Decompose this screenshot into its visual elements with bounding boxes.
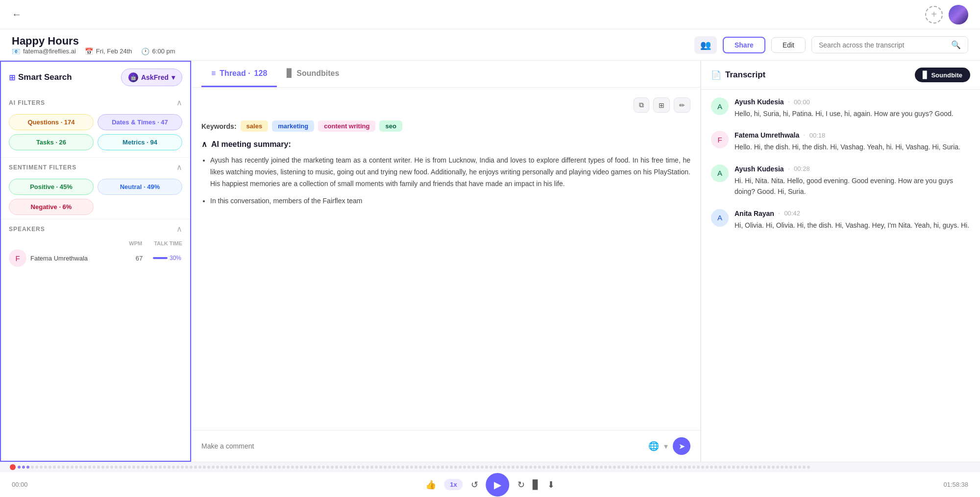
edit-thread-button[interactable]: ✏: [674, 97, 690, 113]
soundbite-waveform-icon: ▊: [923, 71, 928, 79]
speaker-row: F Fatema Umrethwala 67 30%: [9, 246, 182, 270]
right-panel: 📄 Transcript ▊ Soundbite A Ayush Kudesia…: [701, 61, 980, 462]
layers-button[interactable]: ⊞: [653, 97, 670, 113]
waveform-button[interactable]: ▊: [533, 479, 539, 490]
transcript-item: A Anita Rayan · 00:42 Hi, Olivia. Hi, Ol…: [711, 209, 970, 231]
transcript-item: A Ayush Kudesia · 00:28 Hi. Hi, Nita. Ni…: [711, 165, 970, 197]
transcript-search-input[interactable]: [819, 41, 947, 49]
keyword-content-writing[interactable]: content writing: [318, 120, 375, 132]
bottom-bar: 00:00 👍 1x ↺ ▶ ↻ ▊ ⬇ 01:58:38: [0, 462, 980, 497]
transcript-text-block-1: Ayush Kudesia · 00:00 Hello, hi, Suria, …: [735, 97, 970, 119]
speaker-talk-bar: [153, 257, 168, 259]
chevron-down-icon: ▾: [172, 73, 175, 81]
clock-icon: 🕐: [141, 47, 149, 55]
transcript-list: A Ayush Kudesia · 00:00 Hello, hi, Suria…: [701, 90, 980, 462]
keyword-sales[interactable]: sales: [241, 120, 269, 132]
edit-button[interactable]: Edit: [771, 37, 806, 53]
summary-item-1: Ayush has recently joined the marketing …: [210, 155, 690, 189]
speaker-talk-bar-container: 30%: [153, 255, 182, 261]
speaker-avatar-3: A: [711, 165, 729, 182]
soundbites-tab[interactable]: ▊ Soundbites: [277, 61, 349, 87]
header-actions: 👥 Share Edit 🔍: [694, 36, 968, 54]
sentiment-chevron[interactable]: ∧: [176, 163, 182, 172]
playhead-indicator: [10, 464, 16, 470]
negative-sentiment[interactable]: Negative · 6%: [9, 199, 94, 215]
neutral-sentiment[interactable]: Neutral · 49%: [98, 179, 182, 195]
main-layout: ⊞ Smart Search 🤖 AskFred ▾ AI FILTERS ∧ …: [0, 61, 980, 462]
speakers-section: WPM TALK TIME F Fatema Umrethwala 67 30%: [1, 237, 190, 274]
speaker-info-3: Ayush Kudesia · 00:28: [735, 165, 970, 173]
dates-filter[interactable]: Dates & Times · 47: [98, 114, 182, 130]
dropdown-arrow-icon[interactable]: ▾: [664, 442, 668, 451]
speakers-meta: WPM TALK TIME: [9, 240, 182, 246]
speaker-avatar: F: [9, 249, 26, 267]
smart-search-button[interactable]: ⊞ Smart Search: [9, 72, 72, 82]
keywords-row: Keywords: sales marketing content writin…: [201, 120, 690, 132]
add-button[interactable]: +: [925, 6, 943, 24]
calendar-icon: 📅: [85, 47, 93, 55]
left-panel: ⊞ Smart Search 🤖 AskFred ▾ AI FILTERS ∧ …: [0, 61, 191, 462]
speaker-info-2: Fatema Umrethwala · 00:18: [735, 131, 970, 140]
transcript-title: 📄 Transcript: [711, 70, 765, 80]
meeting-email: 📧 fatema@fireflies.ai: [12, 47, 76, 55]
askfred-button[interactable]: 🤖 AskFred ▾: [121, 69, 182, 86]
share-button[interactable]: Share: [723, 37, 765, 53]
soundbite-button[interactable]: ▊ Soundbite: [915, 68, 970, 82]
speakers-chevron[interactable]: ∧: [176, 224, 182, 234]
play-button[interactable]: ▶: [486, 473, 510, 497]
keyword-marketing[interactable]: marketing: [272, 120, 314, 132]
tasks-filter[interactable]: Tasks · 26: [9, 134, 94, 150]
avatar-image: [949, 5, 968, 24]
globe-icon[interactable]: 🌐: [648, 441, 659, 451]
metrics-filter[interactable]: Metrics · 94: [98, 134, 182, 150]
avatar: [949, 5, 968, 24]
ai-summary-header[interactable]: ∧ AI meeting summary:: [201, 140, 690, 149]
rewind-button[interactable]: ↺: [471, 479, 478, 490]
controls-row: 00:00 👍 1x ↺ ▶ ↻ ▊ ⬇ 01:58:38: [0, 472, 980, 497]
transcript-text-block-4: Anita Rayan · 00:42 Hi, Olivia. Hi, Oliv…: [735, 209, 970, 231]
comment-input[interactable]: [201, 442, 643, 450]
time-start: 00:00: [12, 481, 36, 488]
middle-tabs: ≡ Thread · 128 ▊ Soundbites: [192, 61, 700, 88]
sentiment-grid: Positive · 45% Neutral · 49% Negative · …: [1, 175, 190, 219]
speaker-info-1: Ayush Kudesia · 00:00: [735, 97, 970, 106]
transcript-icon: 📄: [711, 70, 721, 80]
comment-box: 🌐 ▾ ➤: [192, 430, 700, 462]
right-panel-header: 📄 Transcript ▊ Soundbite: [701, 61, 980, 90]
askfred-icon: 🤖: [128, 72, 138, 82]
smart-search-icon: ⊞: [9, 73, 15, 82]
transcript-item: F Fatema Umrethwala · 00:18 Hello. Hi, t…: [711, 131, 970, 152]
email-icon: 📧: [12, 47, 20, 55]
transcript-text-block-2: Fatema Umrethwala · 00:18 Hello. Hi, the…: [735, 131, 970, 152]
timeline-track[interactable]: [0, 462, 980, 472]
timeline-markers: [18, 466, 970, 469]
summary-item-2: In this conversation, members of the Fai…: [210, 195, 690, 207]
ai-summary-content: Ayush has recently joined the marketing …: [201, 155, 690, 207]
copy-button[interactable]: ⧉: [634, 97, 649, 113]
speaker-avatar-2: F: [711, 131, 729, 148]
collapse-icon: ∧: [201, 140, 207, 149]
speaker-avatar-4: A: [711, 209, 729, 227]
thread-content: ⧉ ⊞ ✏ Keywords: sales marketing content …: [192, 88, 700, 430]
thread-tab[interactable]: ≡ Thread · 128: [201, 61, 277, 87]
people-button[interactable]: 👥: [694, 36, 717, 54]
download-button[interactable]: ⬇: [547, 479, 555, 490]
ai-filters-header: AI FILTERS ∧: [1, 93, 190, 110]
transcript-search-bar: 🔍: [811, 36, 968, 53]
meeting-time: 🕐 6:00 pm: [141, 47, 175, 55]
thread-tab-label: Thread ·: [220, 69, 250, 78]
speaker-info-4: Anita Rayan · 00:42: [735, 209, 970, 218]
speakers-header: SPEAKERS ∧: [1, 219, 190, 237]
questions-filter[interactable]: Questions · 174: [9, 114, 94, 130]
back-button[interactable]: ←: [12, 9, 22, 20]
thread-icon: ≡: [211, 69, 216, 78]
sentiment-filters-header: SENTIMENT FILTERS ∧: [1, 158, 190, 175]
positive-sentiment[interactable]: Positive · 45%: [9, 179, 94, 195]
speed-button[interactable]: 1x: [444, 479, 463, 490]
forward-button[interactable]: ↻: [517, 479, 525, 490]
like-button[interactable]: 👍: [425, 479, 436, 490]
send-button[interactable]: ➤: [673, 437, 690, 455]
ai-filters-chevron[interactable]: ∧: [176, 98, 182, 107]
keyword-seo[interactable]: seo: [379, 120, 402, 132]
time-end: 01:58:38: [943, 481, 968, 488]
